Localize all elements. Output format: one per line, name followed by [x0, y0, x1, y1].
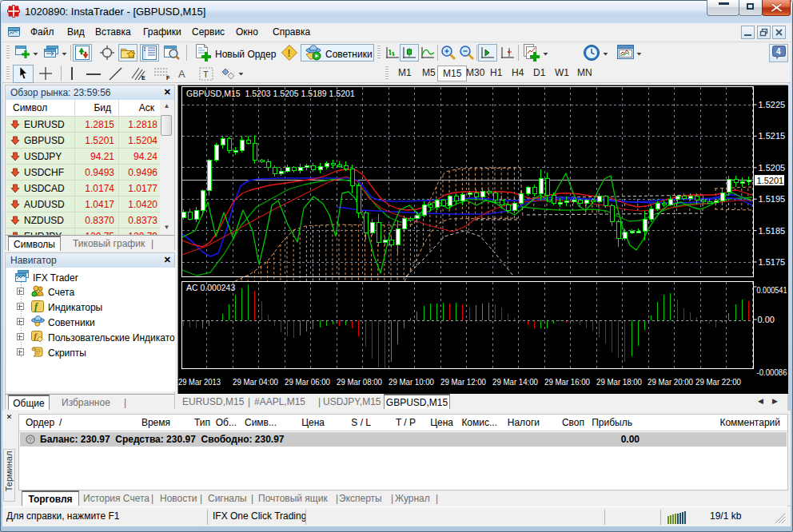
svg-text:1.5185: 1.5185 — [759, 226, 786, 236]
svg-text:AC 0.000243: AC 0.000243 — [186, 283, 235, 292]
svg-text:29 Mar 06:00: 29 Mar 06:00 — [285, 377, 330, 387]
svg-text:F: F — [166, 75, 170, 81]
svg-text:4: 4 — [776, 47, 781, 56]
svg-text:0.00: 0.00 — [758, 315, 775, 324]
svg-text:29 Mar 08:00: 29 Mar 08:00 — [337, 377, 382, 387]
svg-text:1.5195: 1.5195 — [759, 194, 786, 204]
svg-text:29 Mar 18:00: 29 Mar 18:00 — [596, 377, 642, 387]
svg-text:29 Mar 20:00: 29 Mar 20:00 — [648, 377, 693, 387]
svg-text:29 Mar 12:00: 29 Mar 12:00 — [440, 377, 486, 387]
svg-text:29 Mar 2013: 29 Mar 2013 — [178, 377, 221, 387]
svg-text:29 Mar 14:00: 29 Mar 14:00 — [492, 377, 538, 387]
svg-text:1.5205: 1.5205 — [759, 163, 786, 173]
svg-text:1.5225: 1.5225 — [759, 100, 786, 109]
svg-text:29 Mar 04:00: 29 Mar 04:00 — [233, 377, 278, 387]
svg-text:29 Mar 22:00: 29 Mar 22:00 — [695, 377, 741, 387]
svg-text:29 Mar 10:00: 29 Mar 10:00 — [389, 377, 434, 387]
svg-text:1.5201: 1.5201 — [757, 176, 784, 185]
svg-text:1.5175: 1.5175 — [759, 257, 786, 267]
svg-text:!: ! — [288, 48, 291, 59]
svg-text:1.5215: 1.5215 — [759, 131, 786, 141]
svg-text:-0.00086: -0.00086 — [757, 367, 787, 377]
svg-text:0.000541: 0.000541 — [757, 285, 787, 295]
svg-text:E: E — [141, 75, 145, 81]
svg-text:29 Mar 16:00: 29 Mar 16:00 — [544, 377, 590, 387]
svg-text:T: T — [203, 69, 209, 79]
svg-text:GBPUSD,M15 1.5203 1.5205 1.51: GBPUSD,M15 1.5203 1.5205 1.5189 1.5201 — [186, 89, 355, 98]
